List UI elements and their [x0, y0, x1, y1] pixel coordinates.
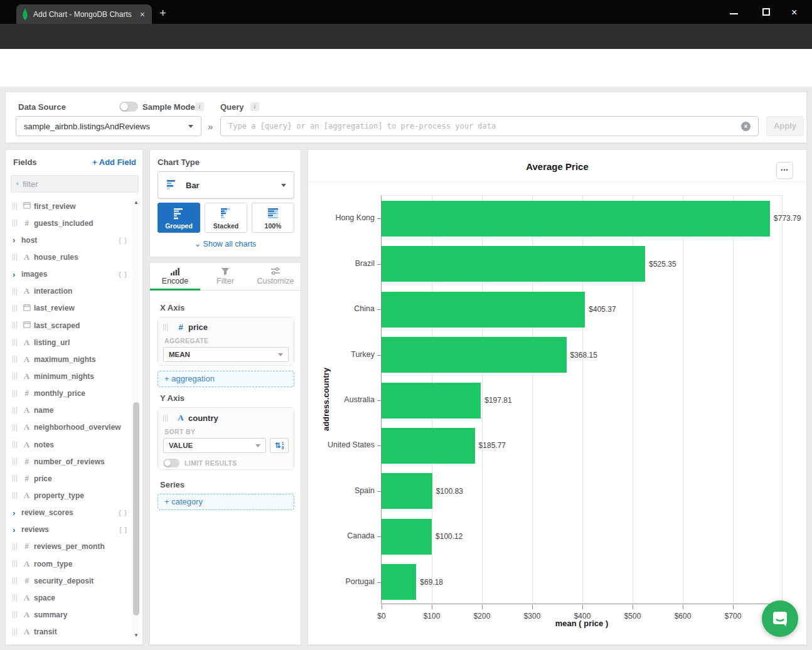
drag-handle-icon[interactable] — [13, 407, 17, 414]
variant-stacked-button[interactable]: Stacked — [205, 203, 247, 233]
drag-handle-icon[interactable] — [13, 543, 17, 550]
category-label: China — [307, 304, 375, 313]
chart-type-panel: Chart Type Bar Grouped — [149, 149, 301, 257]
y-axis-field-card: A country SORT BY VALUE ⇅19 LIMIT RESULT… — [158, 407, 294, 470]
drag-handle-icon[interactable] — [13, 373, 17, 380]
field-row[interactable]: Aspace — [11, 589, 131, 606]
apply-button[interactable]: Apply — [766, 116, 804, 136]
field-row[interactable]: #monthly_price — [11, 385, 131, 402]
drag-handle-icon[interactable] — [13, 339, 17, 346]
drag-handle-icon[interactable] — [13, 492, 17, 499]
field-type-string-icon: A — [21, 440, 32, 450]
field-row[interactable]: Ainteraction — [11, 283, 131, 300]
aggregate-select[interactable]: MEAN — [163, 347, 289, 362]
drag-handle-icon[interactable] — [13, 594, 17, 601]
limit-results-toggle[interactable] — [163, 459, 179, 467]
sample-mode-toggle[interactable] — [119, 102, 138, 112]
drag-handle-icon[interactable] — [13, 424, 17, 431]
show-all-charts-link[interactable]: ⌄ Show all charts — [150, 239, 301, 248]
encode-panel: Encode Filter Customize X Axis # price A… — [149, 262, 301, 645]
drag-handle-icon[interactable] — [13, 475, 17, 482]
drag-handle-icon[interactable] — [163, 415, 168, 422]
field-row[interactable]: last_scraped — [11, 317, 131, 334]
field-row[interactable]: first_review — [11, 198, 131, 215]
sort-by-select[interactable]: VALUE — [163, 438, 266, 453]
tab-customize[interactable]: Customize — [250, 263, 301, 290]
drag-handle-icon[interactable] — [13, 253, 17, 260]
field-row[interactable]: Aroom_type — [11, 555, 131, 572]
drag-handle-icon[interactable] — [13, 288, 17, 295]
window-close-icon[interactable]: × — [791, 7, 797, 18]
field-row[interactable]: last_review — [11, 300, 131, 317]
field-row[interactable]: #price — [11, 470, 131, 487]
field-row[interactable]: ›review_scores{ } — [11, 504, 131, 521]
variant-100-button[interactable]: 100% — [252, 203, 294, 233]
tab-filter[interactable]: Filter — [200, 263, 250, 290]
variant-grouped-button[interactable]: Grouped — [158, 203, 200, 233]
field-row[interactable]: #reviews_per_month — [11, 538, 131, 555]
query-input[interactable] — [228, 122, 741, 131]
add-field-button[interactable]: + Add Field — [92, 157, 136, 167]
field-row[interactable]: #number_of_reviews — [11, 453, 131, 470]
drag-handle-icon[interactable] — [13, 356, 17, 363]
expand-chevron-icon[interactable]: › — [13, 526, 21, 534]
drag-handle-icon[interactable] — [163, 324, 168, 331]
add-category-button[interactable]: + category — [158, 494, 294, 510]
drag-handle-icon[interactable] — [13, 220, 17, 226]
drag-handle-icon[interactable] — [13, 577, 17, 584]
field-row[interactable]: Anotes — [11, 436, 131, 453]
sort-arrows-icon: ⇅ — [275, 441, 281, 450]
mongodb-leaf-icon — [22, 8, 28, 21]
info-icon[interactable]: i — [195, 102, 204, 111]
field-row[interactable]: Asummary — [11, 606, 131, 623]
drag-handle-icon[interactable] — [13, 390, 17, 397]
info-icon[interactable]: i — [250, 102, 259, 111]
window-maximize-icon[interactable] — [762, 8, 770, 16]
field-row[interactable]: Aneighborhood_overview — [11, 419, 131, 436]
expand-chevron-icon[interactable]: › — [13, 270, 21, 279]
window-minimize-icon[interactable] — [730, 13, 738, 14]
field-type-date-icon — [21, 304, 32, 313]
clear-query-icon[interactable]: × — [741, 122, 751, 131]
y-tick — [377, 445, 382, 446]
drag-handle-icon[interactable] — [13, 560, 17, 567]
drag-handle-icon[interactable] — [13, 305, 17, 312]
drag-handle-icon[interactable] — [13, 203, 17, 210]
field-row[interactable]: ›reviews[ ] — [11, 521, 131, 538]
drag-handle-icon[interactable] — [13, 629, 17, 636]
field-row[interactable]: ›host{ } — [11, 232, 131, 248]
drag-handle-icon[interactable] — [13, 458, 17, 465]
drag-handle-icon[interactable] — [13, 322, 17, 329]
add-aggregation-button[interactable]: + aggregation — [158, 371, 294, 387]
chart-menu-button[interactable]: ••• — [776, 162, 793, 179]
field-row[interactable]: ›images{ } — [11, 266, 131, 283]
field-row[interactable]: Aname — [11, 402, 131, 419]
field-row[interactable]: Atransit — [11, 624, 131, 641]
field-row[interactable]: #security_deposit — [11, 572, 131, 589]
drag-handle-icon[interactable] — [13, 441, 17, 448]
field-row[interactable]: Aproperty_type — [11, 487, 131, 504]
field-row[interactable]: #guests_included — [11, 215, 131, 232]
datasource-select[interactable]: sample_airbnb.listingsAndReviews — [16, 116, 201, 136]
chat-launcher-button[interactable] — [762, 600, 798, 637]
fields-scrollbar[interactable]: ▲ ▼ — [132, 198, 140, 641]
browser-tab[interactable]: Add Chart - MongoDB Charts × — [16, 4, 152, 24]
x-tick — [532, 605, 533, 609]
field-name: price — [34, 474, 52, 483]
scroll-up-icon[interactable]: ▲ — [132, 199, 140, 206]
field-row[interactable]: Alisting_url — [11, 334, 131, 351]
expand-chevron-icon[interactable]: › — [13, 509, 21, 517]
sort-direction-button[interactable]: ⇅19 — [270, 438, 289, 453]
fields-filter-input[interactable] — [23, 179, 133, 189]
drag-handle-icon[interactable] — [13, 611, 17, 618]
new-tab-button[interactable]: + — [159, 6, 166, 20]
field-row[interactable]: Amaximum_nights — [11, 351, 131, 368]
expand-chevron-icon[interactable]: › — [13, 236, 21, 244]
chart-type-select[interactable]: Bar — [158, 171, 294, 199]
scroll-down-icon[interactable]: ▼ — [132, 632, 140, 639]
field-row[interactable]: Aminimum_nights — [11, 368, 131, 385]
field-row[interactable]: Ahouse_rules — [11, 248, 131, 265]
scrollbar-thumb[interactable] — [133, 402, 139, 615]
tab-close-icon[interactable]: × — [139, 10, 146, 19]
tab-encode[interactable]: Encode — [150, 263, 200, 290]
